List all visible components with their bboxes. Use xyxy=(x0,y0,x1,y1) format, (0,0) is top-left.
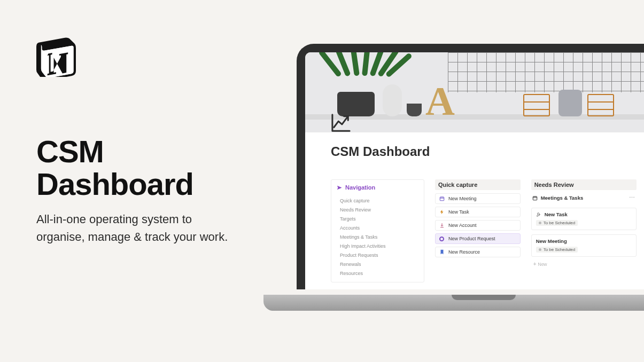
nav-item[interactable]: Quick capture xyxy=(337,196,418,205)
needs-review-view[interactable]: Meetings & Tasks ⋯ xyxy=(531,193,637,206)
qc-item-label: New Task xyxy=(448,209,469,215)
plus-icon: + xyxy=(533,261,537,267)
navigation-heading-label: Navigation xyxy=(345,184,375,191)
marketing-panel: CSM Dashboard All-in-one operating syste… xyxy=(36,35,266,246)
wrench-icon xyxy=(536,212,541,217)
review-card-title: New Task xyxy=(545,211,568,217)
nav-item[interactable]: Targets xyxy=(337,214,418,223)
laptop-mock: A CSM Dashboard xyxy=(297,44,644,311)
review-card-title: New Meeting xyxy=(536,238,567,244)
add-new-button[interactable]: +New xyxy=(531,261,637,267)
more-icon[interactable]: ⋯ xyxy=(629,194,635,201)
qc-item-label: New Product Request xyxy=(448,236,495,241)
quick-capture-new-resource[interactable]: New Resource xyxy=(435,247,521,257)
nav-item[interactable]: Product Requests xyxy=(337,250,418,259)
needs-review-view-label: Meetings & Tasks xyxy=(541,195,584,201)
decor-letter-a: A xyxy=(425,86,455,116)
nav-item[interactable]: High Impact Activities xyxy=(337,241,418,250)
status-pill: To be Scheduled xyxy=(536,220,578,226)
navigation-panel: Navigation Quick capture Needs Review Ta… xyxy=(331,179,424,282)
quick-capture-new-task[interactable]: New Task xyxy=(435,207,521,217)
nav-item[interactable]: Needs Review xyxy=(337,205,418,214)
review-card[interactable]: New Meeting To be Scheduled xyxy=(531,234,637,257)
svg-rect-0 xyxy=(440,197,444,201)
nav-item[interactable]: Resources xyxy=(337,269,418,278)
review-card[interactable]: New Task To be Scheduled xyxy=(531,208,637,230)
quick-capture-panel: Quick capture New Meeting New Task xyxy=(435,179,521,260)
page-cover: A xyxy=(305,52,644,132)
qc-item-label: New Resource xyxy=(448,249,480,255)
nav-item[interactable]: Meetings & Tasks xyxy=(337,232,418,241)
quick-capture-new-meeting[interactable]: New Meeting xyxy=(435,193,521,204)
needs-review-panel: Needs Review Meetings & Tasks ⋯ xyxy=(531,179,637,267)
qc-item-label: New Meeting xyxy=(448,196,477,201)
laptop-base xyxy=(263,295,644,311)
qc-item-label: New Account xyxy=(448,223,477,228)
bolt-icon xyxy=(439,209,445,215)
needs-review-heading: Needs Review xyxy=(531,179,637,190)
svg-rect-4 xyxy=(533,196,537,200)
notion-logo xyxy=(36,35,76,77)
navigation-heading: Navigation xyxy=(331,183,424,193)
status-pill: To be Scheduled xyxy=(536,247,578,253)
calendar-icon xyxy=(439,196,445,201)
headline: CSM Dashboard xyxy=(36,136,266,201)
calendar-icon xyxy=(532,195,538,201)
quick-capture-new-account[interactable]: New Account xyxy=(435,220,521,231)
navigation-list: Quick capture Needs Review Targets Accou… xyxy=(331,196,424,278)
subheadline: All-in-one operating system to organise,… xyxy=(36,210,234,246)
nav-item[interactable]: Renewals xyxy=(337,259,418,269)
quick-capture-heading: Quick capture xyxy=(435,179,521,190)
quick-capture-new-product-request[interactable]: New Product Request xyxy=(435,233,521,244)
page-title: CSM Dashboard xyxy=(331,144,637,159)
bookmark-icon xyxy=(439,249,445,255)
circle-icon xyxy=(439,236,445,241)
send-icon xyxy=(337,185,342,190)
app-screen: A CSM Dashboard xyxy=(305,52,644,289)
nav-item[interactable]: Accounts xyxy=(337,223,418,232)
download-icon xyxy=(439,223,445,228)
page-icon-chart xyxy=(331,113,351,132)
